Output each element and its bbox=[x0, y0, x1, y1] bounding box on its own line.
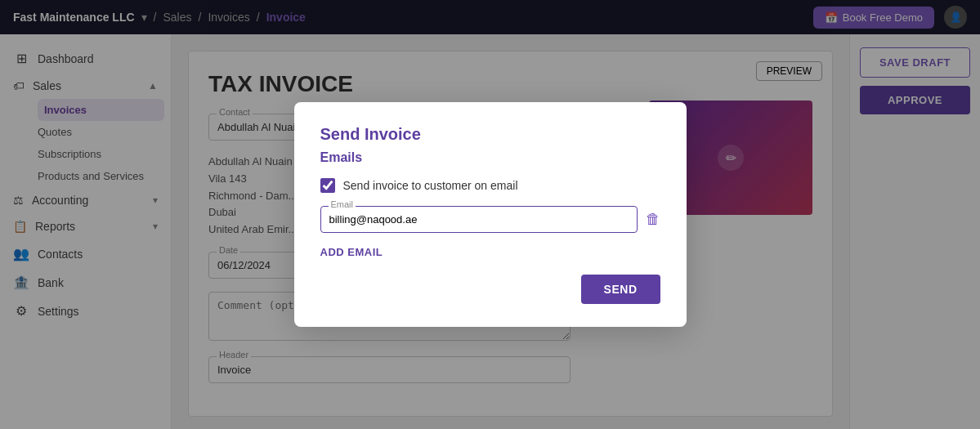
send-email-checkbox[interactable] bbox=[320, 178, 335, 193]
email-field-wrap: Email bbox=[320, 206, 638, 233]
delete-email-button[interactable]: 🗑 bbox=[646, 211, 660, 228]
send-button[interactable]: SEND bbox=[581, 275, 660, 304]
send-email-checkbox-row: Send invoice to customer on email bbox=[320, 178, 660, 193]
send-invoice-modal: Send Invoice Emails Send invoice to cust… bbox=[294, 102, 687, 327]
modal-title: Send Invoice bbox=[320, 125, 660, 144]
modal-overlay[interactable]: Send Invoice Emails Send invoice to cust… bbox=[0, 0, 980, 429]
add-email-button[interactable]: ADD EMAIL bbox=[320, 246, 383, 258]
modal-emails-section: Emails bbox=[320, 150, 660, 165]
email-field-label: Email bbox=[329, 199, 356, 209]
send-email-label: Send invoice to customer on email bbox=[343, 179, 518, 192]
email-row: Email 🗑 bbox=[320, 206, 660, 233]
email-input[interactable] bbox=[320, 206, 638, 233]
